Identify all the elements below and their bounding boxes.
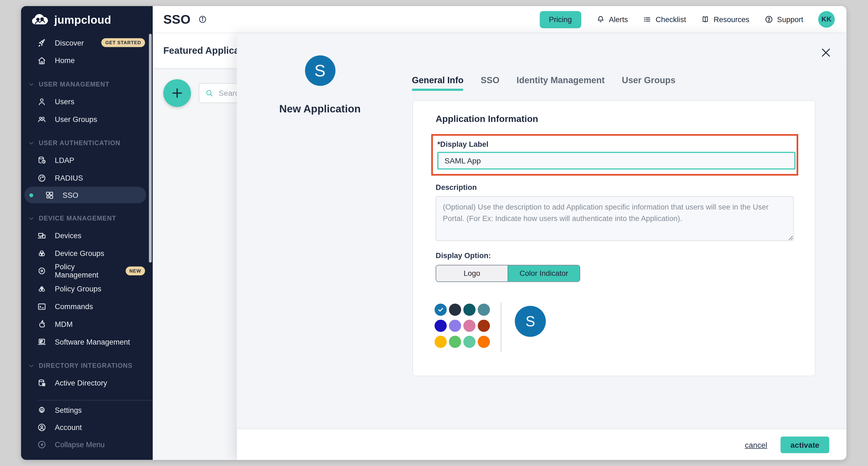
screen: jumpcloud Discover GET STARTED Home USER… [0, 0, 868, 466]
color-swatch[interactable] [477, 304, 490, 316]
sidebar-item-software-management[interactable]: Software Management [21, 333, 153, 351]
database-windows-icon [37, 378, 46, 388]
application-information-card: Application Information *Display Label D… [412, 100, 815, 376]
sidebar-item-account[interactable]: Account [21, 419, 153, 436]
sidebar-item-users[interactable]: Users [21, 92, 153, 110]
option-color-indicator[interactable]: Color Indicator [507, 265, 580, 282]
tab-general-info[interactable]: General Info [412, 75, 464, 91]
book-icon [701, 15, 710, 24]
user-avatar[interactable]: KK [818, 11, 835, 28]
modal-tabs: General Info SSO Identity Management Use… [412, 75, 676, 91]
display-option-label: Display Option: [436, 252, 491, 260]
divider [38, 400, 153, 401]
checklist-button[interactable]: Checklist [643, 15, 686, 24]
color-swatch-selected[interactable] [435, 304, 447, 316]
new-badge: NEW [125, 267, 145, 275]
color-swatch[interactable] [449, 336, 461, 348]
apple-icon [37, 319, 46, 329]
modal-footer: cancel activate [237, 430, 846, 460]
sso-grid-icon [45, 191, 54, 200]
chevron-down-icon [28, 215, 34, 221]
active-indicator-dot [29, 193, 33, 197]
plus-icon [170, 86, 184, 100]
application-name: New Application [279, 103, 361, 115]
sidebar-item-discover[interactable]: Discover GET STARTED [21, 34, 153, 52]
activate-button[interactable]: activate [780, 436, 829, 453]
color-swatch[interactable] [435, 320, 447, 332]
sidebar-item-device-groups[interactable]: Device Groups [21, 244, 153, 262]
display-option-group: Display Option: Logo Color Indicator [436, 251, 580, 282]
application-avatar: S [305, 55, 335, 86]
sidebar-scrollbar[interactable] [149, 34, 152, 263]
display-label-label: *Display Label [437, 140, 488, 148]
collapse-arrow-icon [37, 440, 46, 449]
sidebar-item-mdm[interactable]: MDM [21, 315, 153, 333]
sidebar-footer: Settings Account Collapse Menu [21, 400, 153, 460]
section-user-management[interactable]: USER MANAGEMENT [21, 76, 153, 92]
display-label-highlight: *Display Label [431, 134, 798, 175]
bell-icon [596, 15, 605, 24]
cancel-button[interactable]: cancel [745, 440, 767, 449]
terminal-icon [37, 302, 46, 311]
alerts-button[interactable]: Alerts [596, 15, 628, 24]
sidebar-item-home[interactable]: Home [21, 52, 153, 69]
pricing-button[interactable]: Pricing [539, 11, 581, 28]
top-right-controls: Pricing Alerts Checklist Resources Suppo… [539, 11, 835, 28]
sidebar-item-policy-groups[interactable]: Policy Groups [21, 280, 153, 297]
display-label-input[interactable] [437, 152, 796, 169]
new-application-modal: S New Application General Info SSO Ident… [237, 33, 846, 460]
jumpcloud-cloud-icon [31, 13, 50, 27]
main-area: SSO Pricing Alerts Checklist Resources [153, 6, 846, 460]
tab-identity-management[interactable]: Identity Management [517, 75, 604, 91]
resources-button[interactable]: Resources [701, 15, 749, 24]
color-swatch-grid [435, 304, 490, 348]
user-icon [37, 96, 46, 106]
sidebar-item-radius[interactable]: RADIUS [21, 169, 153, 186]
chevron-down-icon [28, 81, 34, 87]
close-icon[interactable] [820, 47, 832, 59]
sidebar-item-devices[interactable]: Devices [21, 227, 153, 244]
sidebar-item-user-groups[interactable]: User Groups [21, 110, 153, 128]
sidebar-item-commands[interactable]: Commands [21, 297, 153, 315]
description-textarea[interactable] [436, 196, 794, 241]
divider [500, 302, 502, 352]
venn-groups-icon [37, 249, 46, 258]
section-directory-integrations[interactable]: DIRECTORY INTEGRATIONS [21, 357, 153, 374]
color-swatch[interactable] [449, 320, 461, 332]
sidebar-item-label: Home [55, 56, 75, 64]
account-icon [37, 423, 46, 432]
sidebar-item-policy-management[interactable]: Policy Management NEW [21, 262, 153, 280]
color-swatch[interactable] [463, 336, 476, 348]
get-started-badge: GET STARTED [101, 38, 145, 47]
option-logo[interactable]: Logo [436, 265, 507, 282]
display-option-toggle: Logo Color Indicator [436, 265, 580, 282]
sidebar-item-settings[interactable]: Settings [21, 402, 153, 419]
color-swatch[interactable] [449, 304, 461, 316]
color-swatch[interactable] [435, 336, 447, 348]
tab-sso[interactable]: SSO [480, 75, 499, 91]
user-group-icon [37, 114, 46, 124]
color-swatch[interactable] [463, 304, 476, 316]
page-title: SSO [163, 12, 191, 27]
rocket-icon [37, 38, 46, 48]
sidebar-item-sso[interactable]: SSO [24, 186, 146, 203]
add-application-button[interactable] [163, 79, 191, 107]
policy-icon [37, 266, 46, 276]
jumpcloud-logo[interactable]: jumpcloud [21, 6, 153, 34]
support-button[interactable]: Support [765, 15, 803, 24]
color-swatch[interactable] [477, 336, 490, 348]
home-icon [37, 56, 46, 65]
sidebar-item-active-directory[interactable]: Active Directory [21, 374, 153, 392]
app-window: jumpcloud Discover GET STARTED Home USER… [21, 6, 846, 460]
sidebar-item-ldap[interactable]: LDAP [21, 151, 153, 169]
sidebar-item-collapse-menu[interactable]: Collapse Menu [21, 436, 153, 453]
checklist-icon [643, 15, 652, 24]
color-swatch[interactable] [463, 320, 476, 332]
section-user-authentication[interactable]: USER AUTHENTICATION [21, 135, 153, 151]
tab-user-groups[interactable]: User Groups [622, 75, 676, 91]
card-heading: Application Information [436, 114, 538, 124]
info-icon[interactable] [198, 15, 207, 24]
color-swatch[interactable] [477, 320, 490, 332]
sidebar-item-label: Discover [55, 38, 84, 47]
section-device-management[interactable]: DEVICE MANAGEMENT [21, 210, 153, 227]
